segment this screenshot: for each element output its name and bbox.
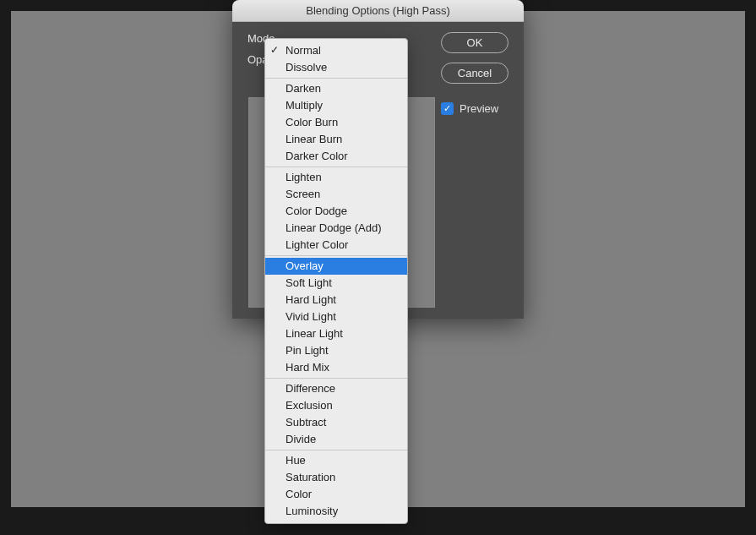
blend-mode-option[interactable]: Subtract	[265, 414, 407, 431]
menu-group: OverlaySoft LightHard LightVivid LightLi…	[265, 257, 407, 377]
blend-mode-label: Pin Light	[286, 344, 329, 357]
blend-mode-label: Exclusion	[286, 399, 333, 412]
blend-mode-dropdown[interactable]: ✓NormalDissolveDarkenMultiplyColor BurnL…	[264, 38, 408, 524]
dialog-title: Blending Options (High Pass)	[306, 4, 450, 17]
blend-mode-option[interactable]: Darken	[265, 80, 407, 97]
cancel-button[interactable]: Cancel	[441, 63, 509, 84]
blend-mode-label: Color Dodge	[286, 205, 347, 217]
menu-group: ✓NormalDissolve	[265, 41, 407, 77]
menu-group: HueSaturationColorLuminosity	[265, 451, 407, 521]
blend-mode-label: Linear Light	[286, 327, 343, 340]
blend-mode-option[interactable]: Linear Light	[265, 325, 407, 342]
blend-mode-option[interactable]: Exclusion	[265, 397, 407, 414]
blend-mode-label: Linear Burn	[286, 133, 342, 145]
preview-label: Preview	[460, 102, 498, 115]
menu-group: LightenScreenColor DodgeLinear Dodge (Ad…	[265, 168, 407, 254]
blend-mode-label: Normal	[286, 44, 321, 57]
blend-mode-option[interactable]: Darker Color	[265, 148, 407, 165]
blend-mode-option[interactable]: Saturation	[265, 469, 407, 486]
blend-mode-option[interactable]: Pin Light	[265, 342, 407, 359]
menu-separator	[265, 450, 407, 450]
blend-mode-option[interactable]: Lighten	[265, 169, 407, 186]
blend-mode-label: Color	[286, 488, 312, 500]
blend-mode-label: Lighten	[286, 171, 322, 183]
check-icon: ✓	[443, 103, 451, 114]
blend-mode-option[interactable]: Hue	[265, 452, 407, 469]
blend-mode-option[interactable]: Soft Light	[265, 275, 407, 292]
blend-mode-label: Screen	[286, 188, 320, 200]
menu-separator	[265, 255, 407, 256]
preview-checkbox-row[interactable]: ✓ Preview	[441, 102, 509, 115]
blend-mode-option[interactable]: Color Dodge	[265, 203, 407, 220]
menu-separator	[265, 78, 407, 79]
blend-mode-option[interactable]: Vivid Light	[265, 308, 407, 325]
blend-mode-label: Hard Mix	[286, 361, 329, 374]
menu-group: DarkenMultiplyColor BurnLinear BurnDarke…	[265, 79, 407, 166]
blend-mode-option[interactable]: Dissolve	[265, 59, 407, 76]
blend-mode-label: Saturation	[286, 471, 335, 483]
blend-mode-label: Difference	[286, 382, 335, 395]
blend-mode-label: Overlay	[286, 259, 324, 272]
blend-mode-label: Divide	[286, 433, 316, 445]
blend-mode-label: Soft Light	[286, 276, 332, 289]
blend-mode-label: Subtract	[286, 416, 326, 429]
menu-group: DifferenceExclusionSubtractDivide	[265, 379, 407, 449]
blend-mode-option[interactable]: Overlay	[265, 258, 407, 275]
blend-mode-option[interactable]: Linear Dodge (Add)	[265, 220, 407, 237]
blend-mode-option[interactable]: Color Burn	[265, 114, 407, 131]
menu-separator	[265, 167, 407, 167]
blend-mode-label: Linear Dodge (Add)	[286, 221, 381, 234]
blend-mode-option[interactable]: Divide	[265, 431, 407, 448]
blend-mode-option[interactable]: Hard Light	[265, 292, 407, 308]
blend-mode-label: Hue	[286, 454, 306, 467]
preview-checkbox[interactable]: ✓	[441, 102, 454, 115]
blend-mode-option[interactable]: Color	[265, 486, 407, 503]
ok-button[interactable]: OK	[441, 32, 509, 53]
check-icon: ✓	[270, 42, 279, 57]
blend-mode-option[interactable]: Linear Burn	[265, 131, 407, 148]
blend-mode-option[interactable]: Screen	[265, 186, 407, 203]
blend-mode-option[interactable]: Hard Mix	[265, 359, 407, 376]
blend-mode-label: Color Burn	[286, 116, 338, 128]
blend-mode-option[interactable]: Multiply	[265, 97, 407, 114]
blend-mode-option[interactable]: Lighter Color	[265, 237, 407, 254]
blend-mode-label: Luminosity	[286, 505, 338, 517]
menu-separator	[265, 378, 407, 379]
blend-mode-label: Hard Light	[286, 293, 336, 306]
dialog-buttons: OK Cancel ✓ Preview	[441, 32, 509, 115]
dialog-titlebar[interactable]: Blending Options (High Pass)	[232, 0, 524, 22]
blend-mode-option[interactable]: Difference	[265, 380, 407, 397]
blend-mode-label: Multiply	[286, 99, 323, 112]
blend-mode-option[interactable]: Luminosity	[265, 503, 407, 520]
blend-mode-label: Darken	[286, 82, 321, 95]
blend-mode-option[interactable]: ✓Normal	[265, 42, 407, 59]
blend-mode-label: Lighter Color	[286, 238, 348, 251]
blend-mode-label: Dissolve	[286, 61, 327, 74]
blend-mode-label: Vivid Light	[286, 310, 336, 323]
blend-mode-label: Darker Color	[286, 150, 348, 162]
